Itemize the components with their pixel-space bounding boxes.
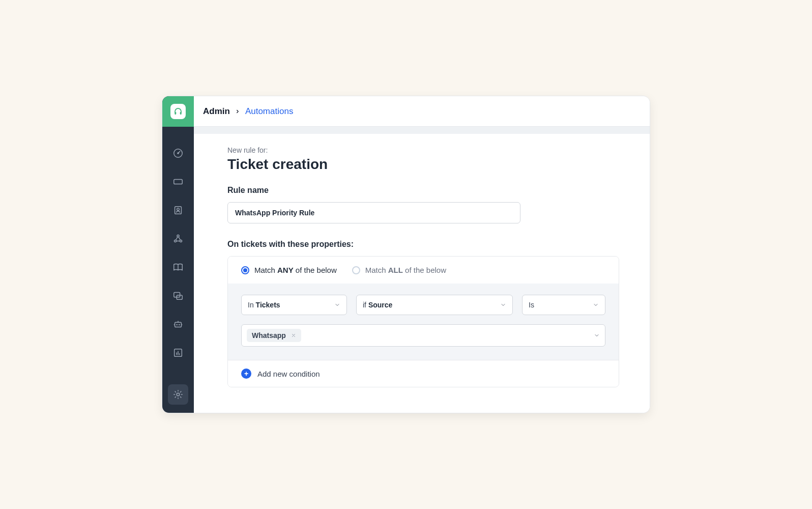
- chevron-down-icon: [500, 302, 506, 308]
- svg-point-16: [177, 393, 180, 396]
- app-window: Admin Automations New rule for: Ticket c…: [162, 96, 650, 413]
- breadcrumb: Admin Automations: [194, 96, 650, 127]
- nodes-icon: [172, 233, 184, 244]
- page-overline: New rule for:: [227, 146, 619, 154]
- add-condition-label: Add new condition: [257, 370, 320, 378]
- chevron-down-icon: [334, 302, 340, 308]
- match-row: Match ANY of the below Match ALL of the …: [228, 257, 619, 284]
- match-any-radio[interactable]: Match ANY of the below: [241, 266, 337, 274]
- value-tag: Whatsapp: [247, 329, 301, 342]
- tag-remove-icon[interactable]: [291, 333, 296, 338]
- match-all-label: Match ALL of the below: [365, 266, 446, 274]
- svg-point-7: [177, 235, 179, 237]
- conditions-body: In Tickets if Source Is: [228, 284, 619, 360]
- chevron-right-icon: [235, 109, 240, 114]
- breadcrumb-root[interactable]: Admin: [203, 106, 230, 117]
- match-any-label: Match ANY of the below: [254, 266, 337, 274]
- rule-name-label: Rule name: [227, 186, 619, 195]
- sidebar-tickets[interactable]: [172, 176, 184, 188]
- rule-name-input[interactable]: [227, 202, 520, 223]
- sidebar-settings[interactable]: [168, 384, 188, 405]
- svg-rect-0: [175, 112, 176, 115]
- sidebar-reports[interactable]: [172, 347, 184, 359]
- condition-operator-select[interactable]: Is: [522, 295, 605, 315]
- bot-icon: [172, 319, 184, 330]
- svg-point-3: [178, 153, 179, 154]
- svg-rect-1: [180, 112, 182, 115]
- svg-rect-12: [175, 322, 182, 327]
- chart-icon: [172, 347, 184, 358]
- svg-rect-4: [174, 179, 183, 184]
- page-title: Ticket creation: [227, 156, 619, 173]
- radio-unselected-icon: [352, 266, 360, 274]
- condition-value-select[interactable]: Whatsapp: [241, 324, 605, 347]
- gear-icon: [172, 389, 184, 400]
- sidebar-dashboard[interactable]: [172, 147, 184, 159]
- gauge-icon: [172, 148, 184, 159]
- radio-selected-icon: [241, 266, 249, 274]
- sidebar-bot[interactable]: [172, 318, 184, 330]
- condition-field-select[interactable]: if Source: [356, 295, 513, 315]
- sidebar-chat[interactable]: [172, 290, 184, 302]
- add-condition-button[interactable]: + Add new condition: [228, 360, 619, 387]
- value-tag-label: Whatsapp: [252, 331, 286, 340]
- svg-point-8: [174, 240, 176, 242]
- sidebar-knowledge[interactable]: [172, 261, 184, 273]
- svg-point-9: [180, 240, 182, 242]
- match-all-radio[interactable]: Match ALL of the below: [352, 266, 446, 274]
- condition-select-row: In Tickets if Source Is: [241, 295, 605, 315]
- sidebar: [162, 96, 194, 413]
- divider-bar: [194, 127, 650, 134]
- content: New rule for: Ticket creation Rule name …: [194, 134, 650, 387]
- ticket-icon: [172, 176, 184, 187]
- condition-card: Match ANY of the below Match ALL of the …: [227, 256, 619, 387]
- chevron-down-icon: [594, 332, 600, 338]
- main: Admin Automations New rule for: Ticket c…: [194, 96, 650, 413]
- chat-icon: [172, 290, 184, 301]
- plus-icon: +: [241, 369, 251, 379]
- breadcrumb-current[interactable]: Automations: [245, 106, 294, 117]
- properties-heading: On tickets with these properties:: [227, 240, 619, 249]
- svg-point-6: [177, 208, 180, 211]
- svg-point-14: [179, 324, 180, 325]
- condition-scope-select[interactable]: In Tickets: [241, 295, 347, 315]
- logo-cell: [162, 96, 194, 127]
- headphones-icon: [173, 107, 183, 116]
- sidebar-nav: [172, 147, 184, 384]
- chevron-down-icon: [593, 302, 599, 308]
- sidebar-network[interactable]: [172, 233, 184, 245]
- sidebar-contacts[interactable]: [172, 204, 184, 216]
- book-icon: [172, 262, 184, 273]
- svg-point-13: [177, 324, 178, 325]
- contact-icon: [172, 205, 184, 216]
- app-logo: [170, 104, 186, 119]
